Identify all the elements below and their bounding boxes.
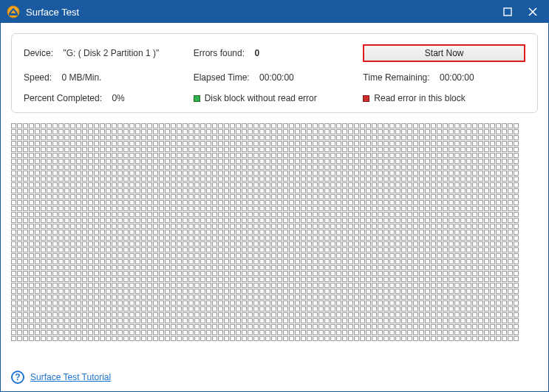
disk-block bbox=[348, 271, 353, 276]
disk-block bbox=[47, 271, 52, 276]
disk-block bbox=[212, 277, 217, 282]
disk-block bbox=[230, 318, 235, 323]
svg-point-0 bbox=[7, 6, 19, 18]
disk-block bbox=[218, 312, 223, 317]
disk-block bbox=[372, 295, 377, 300]
disk-block bbox=[58, 224, 64, 229]
disk-block bbox=[360, 141, 365, 146]
disk-block bbox=[289, 277, 294, 282]
disk-block bbox=[449, 141, 454, 146]
disk-block bbox=[206, 200, 211, 205]
disk-block bbox=[389, 123, 395, 128]
disk-block bbox=[41, 230, 46, 235]
disk-block bbox=[70, 188, 75, 193]
disk-block bbox=[283, 224, 288, 229]
disk-block bbox=[437, 224, 442, 229]
disk-block bbox=[94, 147, 99, 152]
disk-block bbox=[88, 182, 93, 188]
disk-block bbox=[425, 330, 430, 335]
disk-block bbox=[52, 295, 58, 300]
disk-block bbox=[508, 271, 513, 276]
tutorial-link[interactable]: Surface Test Tutorial bbox=[30, 372, 111, 382]
disk-block bbox=[23, 300, 28, 306]
disk-block bbox=[372, 265, 377, 270]
disk-block bbox=[106, 135, 111, 140]
disk-block bbox=[460, 153, 466, 158]
disk-block bbox=[466, 300, 471, 306]
disk-block bbox=[165, 147, 170, 152]
disk-block bbox=[70, 277, 75, 282]
disk-block bbox=[277, 330, 282, 335]
disk-block bbox=[17, 123, 22, 128]
disk-block bbox=[194, 123, 200, 128]
disk-block bbox=[129, 153, 134, 158]
disk-block bbox=[514, 295, 519, 300]
disk-block bbox=[437, 188, 442, 193]
disk-block bbox=[153, 259, 158, 264]
disk-block bbox=[188, 188, 194, 193]
disk-block bbox=[490, 330, 495, 335]
disk-block bbox=[206, 165, 211, 170]
disk-block bbox=[171, 135, 176, 140]
disk-block bbox=[11, 241, 16, 247]
disk-block bbox=[313, 265, 318, 270]
disk-block bbox=[383, 188, 389, 193]
disk-block bbox=[123, 277, 129, 282]
disk-block bbox=[342, 224, 347, 229]
disk-block bbox=[41, 200, 46, 205]
disk-block bbox=[413, 271, 418, 276]
disk-block bbox=[206, 336, 211, 341]
disk-block bbox=[64, 253, 69, 258]
disk-block bbox=[159, 277, 164, 282]
disk-block bbox=[360, 259, 365, 264]
disk-block bbox=[431, 253, 436, 258]
start-now-button[interactable]: Start Now bbox=[363, 44, 525, 62]
disk-block bbox=[496, 200, 501, 205]
close-button[interactable] bbox=[520, 3, 545, 21]
window-frame: Surface Test Device: "G: ( Disk 2 Partit… bbox=[0, 0, 549, 392]
disk-block bbox=[354, 324, 359, 329]
disk-block bbox=[318, 241, 324, 247]
disk-block bbox=[401, 324, 406, 329]
disk-block bbox=[389, 306, 395, 312]
disk-block bbox=[76, 129, 81, 134]
help-icon[interactable]: ? bbox=[11, 371, 24, 384]
disk-block bbox=[23, 253, 28, 258]
disk-block bbox=[141, 123, 146, 128]
disk-block bbox=[383, 247, 389, 252]
disk-block bbox=[419, 265, 424, 270]
disk-block bbox=[230, 336, 235, 341]
disk-block bbox=[88, 277, 93, 282]
disk-block bbox=[41, 147, 46, 152]
disk-block bbox=[259, 300, 265, 306]
disk-block bbox=[106, 283, 111, 288]
disk-block bbox=[11, 259, 16, 264]
disk-block bbox=[153, 241, 158, 247]
disk-block bbox=[41, 336, 46, 341]
disk-block bbox=[29, 159, 34, 164]
disk-block bbox=[147, 159, 152, 164]
disk-block bbox=[35, 306, 40, 312]
maximize-button[interactable] bbox=[495, 3, 520, 21]
disk-block bbox=[342, 129, 347, 134]
disk-block bbox=[508, 230, 513, 235]
disk-block bbox=[76, 159, 81, 164]
disk-block bbox=[206, 253, 211, 258]
disk-block bbox=[348, 200, 353, 205]
disk-block bbox=[437, 129, 442, 134]
disk-block bbox=[259, 188, 265, 193]
disk-block bbox=[11, 171, 16, 176]
disk-block bbox=[153, 224, 158, 229]
disk-block bbox=[41, 306, 46, 312]
titlebar[interactable]: Surface Test bbox=[1, 1, 548, 23]
disk-block bbox=[295, 171, 300, 176]
disk-block bbox=[431, 306, 436, 312]
disk-block bbox=[449, 135, 454, 140]
disk-block bbox=[383, 123, 389, 128]
disk-block bbox=[383, 336, 389, 341]
disk-block bbox=[94, 253, 99, 258]
disk-block bbox=[58, 188, 64, 193]
disk-block bbox=[135, 318, 140, 323]
disk-block bbox=[431, 129, 436, 134]
disk-block bbox=[419, 300, 424, 306]
